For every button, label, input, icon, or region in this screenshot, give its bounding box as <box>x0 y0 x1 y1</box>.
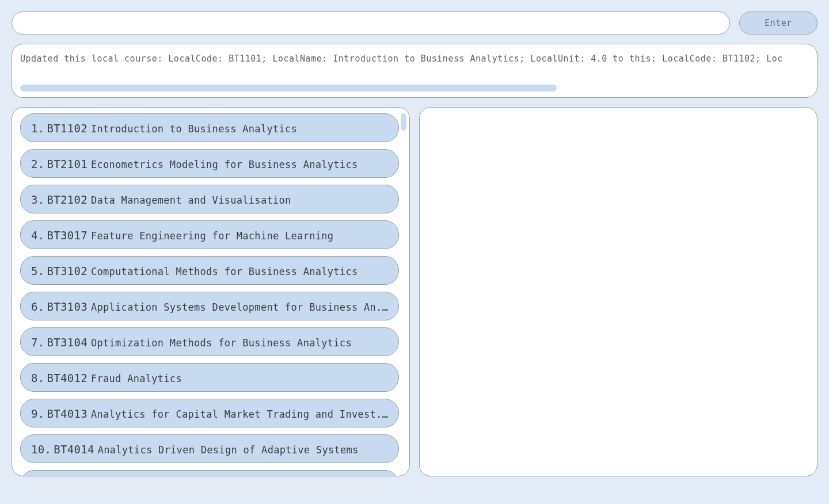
course-index: 8. <box>31 364 44 392</box>
course-code: BT2102 <box>47 185 87 213</box>
course-index: 7. <box>31 328 44 356</box>
course-code: BT3017 <box>47 221 87 249</box>
course-code: BT1102 <box>47 114 87 142</box>
course-card[interactable]: 5.BT3102Computational Methods for Busine… <box>20 256 399 285</box>
course-code: BT3104 <box>47 328 87 356</box>
course-card[interactable]: 10.BT4014Analytics Driven Design of Adap… <box>20 434 399 463</box>
course-title: Econometrics Modeling for Business Analy… <box>91 150 358 178</box>
course-code: BT4015 <box>54 471 94 476</box>
course-title: Computational Methods for Business Analy… <box>91 257 358 285</box>
course-code: BT4013 <box>47 399 87 427</box>
course-list-panel: 1.BT1102Introduction to Business Analyti… <box>12 107 410 476</box>
course-code: BT4012 <box>47 364 87 392</box>
course-code: BT4014 <box>54 435 94 463</box>
course-card[interactable]: 9.BT4013Analytics for Capital Market Tra… <box>20 399 399 427</box>
course-title: Optimization Methods for Business Analyt… <box>91 329 352 356</box>
course-card[interactable]: 2.BT2101Econometrics Modeling for Busine… <box>20 149 399 178</box>
course-title: Feature Engineering for Machine Learning <box>91 222 333 249</box>
enter-button[interactable]: Enter <box>739 12 817 35</box>
course-index: 10. <box>31 435 51 463</box>
course-code: BT3103 <box>47 292 87 320</box>
status-panel: Updated this local course: LocalCode: BT… <box>12 44 817 98</box>
course-index: 6. <box>31 292 44 320</box>
course-card[interactable]: 8.BT4012Fraud Analytics <box>20 363 399 392</box>
course-card[interactable]: 1.BT1102Introduction to Business Analyti… <box>20 113 399 142</box>
course-title: Analytics Driven Design of Adaptive Syst… <box>98 436 359 463</box>
course-card[interactable]: 4.BT3017Feature Engineering for Machine … <box>20 220 399 249</box>
course-title: Geospatial Analytics <box>98 471 219 476</box>
command-input[interactable] <box>12 12 730 35</box>
course-title: Analytics for Capital Market Trading and… <box>91 400 388 427</box>
course-index: 2. <box>31 150 44 178</box>
course-index: 4. <box>31 221 44 249</box>
course-title: Application Systems Development for Busi… <box>91 293 388 320</box>
course-code: BT2101 <box>47 150 87 178</box>
course-card[interactable]: 11.BT4015Geospatial Analytics <box>20 470 399 476</box>
status-scrollbar-thumb[interactable] <box>20 85 557 91</box>
course-card[interactable]: 6.BT3103Application Systems Development … <box>20 292 399 320</box>
details-panel <box>419 107 817 476</box>
status-scrollbar-track[interactable] <box>20 85 809 91</box>
course-title: Fraud Analytics <box>91 364 182 392</box>
status-message: Updated this local course: LocalCode: BT… <box>20 54 809 64</box>
course-list-scrollbar-thumb[interactable] <box>401 113 406 131</box>
course-index: 11. <box>31 471 51 476</box>
course-card[interactable]: 7.BT3104Optimization Methods for Busines… <box>20 327 399 356</box>
course-index: 1. <box>31 114 44 142</box>
course-card[interactable]: 3.BT2102Data Management and Visualisatio… <box>20 185 399 213</box>
course-index: 3. <box>31 185 44 213</box>
course-title: Introduction to Business Analytics <box>91 114 297 142</box>
course-index: 5. <box>31 257 44 285</box>
course-code: BT3102 <box>47 257 87 285</box>
course-index: 9. <box>31 399 44 427</box>
course-title: Data Management and Visualisation <box>91 186 291 213</box>
